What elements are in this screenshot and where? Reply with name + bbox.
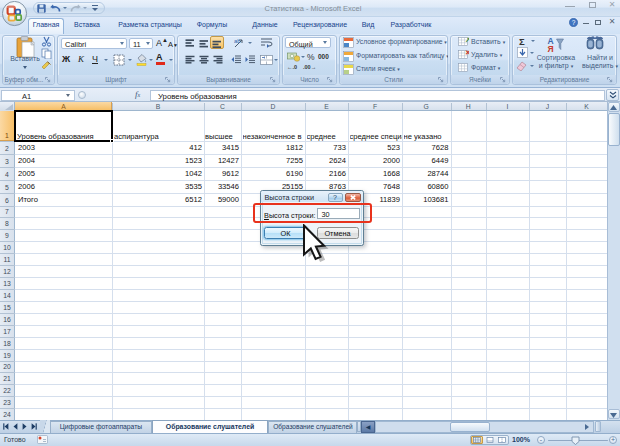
svg-text:ab: ab (234, 38, 241, 44)
svg-text:✕: ✕ (465, 49, 469, 56)
svg-text:↗: ↗ (465, 36, 469, 43)
svg-text:?: ? (572, 19, 576, 26)
svg-text:Я: Я (548, 44, 554, 53)
